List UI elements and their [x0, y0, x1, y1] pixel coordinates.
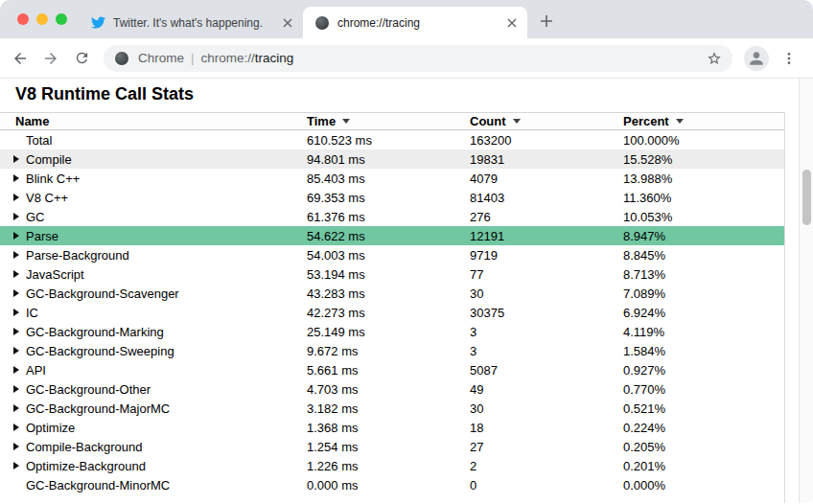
- back-button[interactable]: [6, 44, 35, 73]
- tab-title: Twitter. It's what's happening.: [113, 16, 272, 30]
- column-header-name[interactable]: Name: [0, 114, 307, 128]
- cell-time: 61.376 ms: [307, 210, 470, 224]
- table-row[interactable]: Parse-Background54.003 ms97198.845%: [0, 245, 784, 264]
- table-row[interactable]: Compile94.801 ms1983115.528%: [0, 149, 784, 169]
- expand-arrow-icon[interactable]: [13, 443, 26, 450]
- cell-percent: 7.089%: [623, 286, 784, 301]
- expand-arrow-icon[interactable]: [13, 462, 26, 470]
- table-row[interactable]: Optimize1.368 ms180.224%: [0, 418, 784, 437]
- cell-name: GC-Background-Other: [0, 382, 307, 397]
- zoom-window-button[interactable]: [56, 13, 67, 25]
- table-row[interactable]: Parse54.622 ms121918.947%: [0, 226, 784, 245]
- page-content: V8 Runtime Call Stats NameTimeCountPerce…: [0, 79, 813, 503]
- expand-arrow-icon[interactable]: [13, 366, 26, 374]
- table-row[interactable]: GC-Background-Scavenger43.283 ms307.089%: [0, 284, 784, 303]
- address-bar[interactable]: Chrome|chrome://tracing: [104, 45, 732, 72]
- triangle-right-icon: [13, 404, 19, 412]
- bookmark-star-icon[interactable]: [702, 46, 727, 71]
- cell-name: Compile-Background: [0, 440, 307, 454]
- column-header-time[interactable]: Time: [307, 114, 470, 128]
- reload-button[interactable]: [67, 44, 96, 73]
- triangle-right-icon: [13, 424, 19, 431]
- cell-time: 25.149 ms: [307, 325, 470, 339]
- table-row[interactable]: GC61.376 ms27610.053%: [0, 207, 784, 226]
- expand-arrow-icon[interactable]: [13, 424, 26, 431]
- expand-arrow-icon[interactable]: [13, 155, 26, 163]
- column-header-percent[interactable]: Percent: [623, 114, 784, 128]
- column-header-count[interactable]: Count: [470, 114, 623, 128]
- cell-name: GC-Background-Marking: [0, 325, 307, 339]
- table-row[interactable]: API5.661 ms50870.927%: [0, 360, 784, 379]
- row-name: GC-Background-Marking: [26, 325, 164, 339]
- row-name: Blink C++: [26, 172, 80, 186]
- table-row[interactable]: Total610.523 ms163200100.000%: [0, 130, 784, 149]
- cell-count: 4079: [470, 172, 623, 186]
- expand-arrow-icon[interactable]: [13, 404, 26, 412]
- cell-percent: 13.988%: [623, 172, 784, 186]
- row-name: GC-Background-Scavenger: [26, 286, 179, 301]
- cell-count: 5087: [470, 363, 623, 378]
- cell-time: 1.226 ms: [307, 459, 470, 473]
- cell-name: GC-Background-MinorMC: [0, 478, 307, 493]
- table-row[interactable]: Optimize-Background1.226 ms20.201%: [0, 456, 784, 475]
- cell-name: V8 C++: [0, 191, 307, 205]
- expand-arrow-icon[interactable]: [13, 289, 26, 297]
- close-window-button[interactable]: [17, 13, 29, 25]
- cell-count: 18: [470, 421, 623, 435]
- page-scrollbar[interactable]: [799, 79, 813, 503]
- expand-arrow-icon[interactable]: [13, 194, 26, 201]
- triangle-right-icon: [13, 309, 19, 316]
- cell-percent: 10.053%: [623, 210, 784, 224]
- close-tab-icon[interactable]: [280, 15, 295, 31]
- profile-avatar[interactable]: [744, 46, 769, 71]
- triangle-right-icon: [13, 194, 19, 201]
- cell-percent: 8.947%: [623, 229, 784, 243]
- expand-arrow-icon[interactable]: [13, 232, 26, 240]
- tab-tracing[interactable]: chrome://tracing: [303, 7, 527, 38]
- cell-percent: 8.845%: [623, 248, 784, 263]
- cell-percent: 6.924%: [623, 306, 784, 320]
- menu-icon[interactable]: [775, 44, 803, 73]
- expand-arrow-icon[interactable]: [13, 347, 26, 355]
- cell-time: 42.273 ms: [307, 306, 470, 320]
- cell-time: 94.801 ms: [307, 152, 470, 167]
- expand-arrow-icon[interactable]: [13, 174, 26, 182]
- minimize-window-button[interactable]: [36, 13, 48, 25]
- cell-count: 12191: [470, 229, 623, 243]
- cell-percent: 0.224%: [623, 421, 784, 435]
- table-row[interactable]: GC-Background-Sweeping9.672 ms31.584%: [0, 341, 784, 360]
- cell-percent: 15.528%: [623, 152, 784, 167]
- table-row[interactable]: Blink C++85.403 ms407913.988%: [0, 169, 784, 188]
- table-row[interactable]: JavaScript53.194 ms778.713%: [0, 264, 784, 284]
- table-row[interactable]: GC-Background-MinorMC0.000 ms00.000%: [0, 475, 784, 494]
- expand-arrow-icon[interactable]: [13, 213, 26, 220]
- table-row[interactable]: V8 C++69.353 ms8140311.360%: [0, 188, 784, 207]
- tab-twitter[interactable]: Twitter. It's what's happening.: [79, 7, 303, 38]
- cell-percent: 0.205%: [623, 440, 784, 454]
- table-row[interactable]: GC-Background-Other4.703 ms490.770%: [0, 379, 784, 399]
- expand-arrow-icon[interactable]: [13, 251, 26, 259]
- forward-button[interactable]: [36, 44, 65, 73]
- cell-name: JavaScript: [0, 267, 307, 282]
- triangle-right-icon: [13, 270, 19, 278]
- expand-arrow-icon[interactable]: [13, 385, 26, 393]
- scrollbar-thumb[interactable]: [802, 170, 811, 225]
- table-row[interactable]: GC-Background-Marking25.149 ms34.119%: [0, 322, 784, 341]
- close-tab-icon[interactable]: [504, 15, 520, 31]
- cell-percent: 0.521%: [623, 401, 784, 416]
- cell-count: 49: [470, 382, 623, 397]
- cell-name: Optimize-Background: [0, 459, 307, 473]
- expand-arrow-icon[interactable]: [13, 270, 26, 278]
- triangle-right-icon: [13, 174, 19, 182]
- cell-time: 53.194 ms: [307, 267, 470, 282]
- cell-time: 54.003 ms: [307, 248, 470, 263]
- row-name: GC-Background-Sweeping: [26, 344, 174, 358]
- expand-arrow-icon[interactable]: [13, 328, 26, 335]
- cell-count: 0: [470, 478, 623, 493]
- expand-arrow-icon[interactable]: [13, 309, 26, 316]
- row-name: Compile-Background: [26, 440, 142, 454]
- new-tab-button[interactable]: [533, 8, 560, 34]
- table-row[interactable]: IC42.273 ms303756.924%: [0, 303, 784, 322]
- table-row[interactable]: Compile-Background1.254 ms270.205%: [0, 437, 784, 456]
- table-row[interactable]: GC-Background-MajorMC3.182 ms300.521%: [0, 399, 784, 418]
